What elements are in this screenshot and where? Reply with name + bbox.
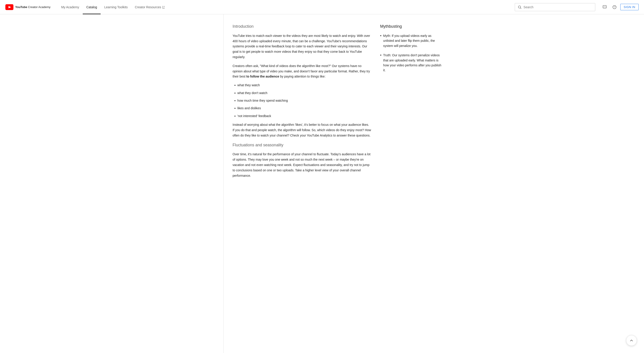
main-nav: My Academy Catalog Learning Toolkits Cre… [58,0,511,14]
help-button[interactable]: ? [610,3,618,11]
search-input[interactable] [524,5,592,9]
site-header: YouTube Creator Academy My Academy Catal… [0,0,644,14]
svg-rect-5 [604,6,604,7]
logo-link[interactable]: YouTube Creator Academy [5,4,50,10]
logo-text: YouTube Creator Academy [15,5,50,9]
nav-item-creator-resources[interactable]: Creator Resources [131,0,169,14]
nav-item-catalog[interactable]: Catalog [83,0,100,14]
svg-rect-4 [603,5,606,8]
intro-paragraph-2: Creators often ask, "What kind of videos… [232,63,371,79]
intro-p2-bold: to follow the audience [246,75,279,78]
list-item: what they watch [232,83,371,88]
list-item: 'not interested' feedback [232,114,371,119]
svg-rect-6 [604,6,605,7]
intro-paragraph-1: YouTube tries to match each viewer to th… [232,33,371,60]
svg-rect-7 [605,6,606,7]
fluctuations-paragraph-1: Over time, it's natural for the performa… [232,152,371,178]
intro-title: Introduction [232,23,371,30]
myth-list: Myth: If you upload videos early as unli… [380,33,443,73]
feedback-button[interactable] [600,3,609,11]
svg-text:?: ? [614,6,615,8]
intro-p2-post: by paying attention to things like: [279,75,326,78]
header-actions: ? SIGN IN [600,3,639,11]
mythbusting-title: Mythbusting [380,24,443,29]
nav-item-learning-toolkits[interactable]: Learning Toolkits [100,0,131,14]
fluctuations-title: Fluctuations and seasonality [232,142,371,148]
list-item: what they don't watch [232,91,371,96]
chevron-up-icon [629,338,634,343]
svg-line-3 [520,8,521,8]
sidebar-left [161,14,224,353]
external-link-icon [162,5,165,9]
myth-item-1: Myth: If you upload videos early as unli… [380,33,443,48]
feedback-icon [602,5,607,9]
sidebar-right: Mythbusting Myth: If you upload videos e… [380,23,443,335]
intro-paragraph-3: Instead of worrying about what the algor… [232,122,371,138]
scroll-to-top-button[interactable] [626,335,637,346]
myth-item-2: Truth: Our systems don't penalize videos… [380,53,443,73]
list-item: how much time they spend watching [232,98,371,103]
nav-item-my-academy[interactable]: My Academy [58,0,83,14]
article: Introduction YouTube tries to match each… [232,23,371,335]
youtube-logo-icon [5,4,14,10]
list-item: likes and dislikes [232,106,371,111]
help-icon: ? [612,5,617,9]
content-area: Introduction YouTube tries to match each… [224,14,483,353]
bullet-list: what they watch what they don't watch ho… [232,83,371,119]
search-bar[interactable] [515,3,595,11]
sign-in-button[interactable]: SIGN IN [620,4,639,10]
search-icon [518,5,522,9]
main-layout: Introduction YouTube tries to match each… [161,14,483,353]
